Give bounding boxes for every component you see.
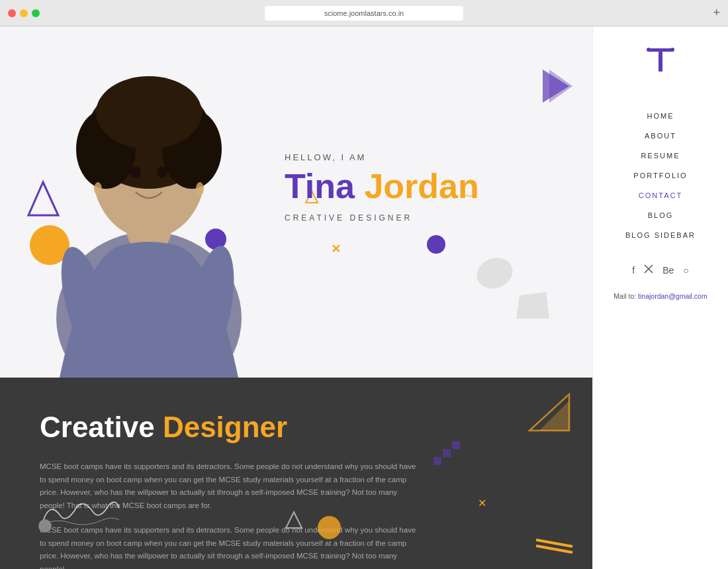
behance-icon[interactable]: Be [662, 265, 674, 276]
about-section: ✕ Creative Designer MCSE boot camps have… [0, 378, 592, 569]
svg-point-11 [96, 76, 202, 149]
svg-marker-23 [286, 512, 302, 528]
svg-marker-2 [549, 70, 572, 103]
svg-rect-20 [433, 457, 441, 465]
about-top-right-shape [526, 391, 572, 437]
purple-dot-right-shape [427, 235, 445, 254]
nav-menu: HOME ABOUT RESUME PORTFOLIO CONTACT BLOG… [617, 107, 704, 244]
svg-point-28 [647, 48, 651, 52]
about-title-white: Creative [40, 411, 163, 443]
dot-yellow[interactable] [20, 9, 28, 17]
facebook-icon[interactable]: f [632, 265, 635, 276]
hero-section: ✕ [0, 26, 592, 378]
about-dot-shape [38, 519, 52, 533]
about-close-shape[interactable]: ✕ [478, 497, 486, 509]
about-triangle-outline-shape [285, 511, 303, 533]
mail-section: Mail to: tinajordan@gmail.com [614, 292, 707, 300]
about-steps-shape [433, 437, 460, 471]
name-decoration: ~ [463, 185, 475, 207]
svg-point-17 [196, 182, 204, 195]
svg-marker-4 [516, 292, 549, 319]
browser-dots [8, 9, 40, 17]
svg-point-16 [94, 182, 102, 195]
about-orange-circle-shape [318, 516, 341, 539]
grey-poly-shape [513, 289, 553, 325]
nav-about[interactable]: ABOUT [637, 127, 684, 145]
main-container: ✕ [0, 26, 728, 569]
dot-red[interactable] [8, 9, 16, 17]
greeting-text: HELLOW, I AM [285, 152, 479, 162]
name-text: Tina Jordan [285, 168, 479, 205]
svg-rect-26 [649, 48, 672, 52]
sidebar: HOME ABOUT RESUME PORTFOLIO CONTACT BLOG… [592, 26, 728, 569]
mail-label: Mail to: [614, 292, 636, 300]
hero-text: HELLOW, I AM Tina Jordan CREATIVE DESIGN… [285, 152, 479, 223]
new-tab-button[interactable]: + [713, 6, 720, 20]
dot-green[interactable] [32, 9, 40, 17]
nav-home[interactable]: HOME [639, 107, 682, 125]
svg-rect-27 [659, 52, 662, 72]
browser-chrome: sciome.joomlastars.co.in + [0, 0, 728, 26]
about-bottom-right-shape [533, 537, 576, 559]
cross-orange-shape: ✕ [331, 242, 341, 256]
mail-link[interactable]: tinajordan@gmail.com [638, 292, 707, 300]
svg-point-13 [157, 166, 167, 178]
nav-contact[interactable]: CONTACT [631, 186, 690, 205]
svg-point-12 [130, 166, 141, 178]
svg-rect-21 [443, 449, 451, 457]
nav-portfolio[interactable]: PORTFOLIO [625, 166, 695, 185]
url-text: sciome.joomlastars.co.in [324, 9, 404, 17]
nav-blog-sidebar[interactable]: BLOG SIDEBAR [617, 226, 704, 244]
browser-address[interactable]: sciome.joomlastars.co.in [265, 6, 463, 21]
svg-rect-22 [452, 441, 460, 449]
social-icons: f Be ○ [632, 264, 688, 276]
title-text: CREATIVE DESIGNER [285, 213, 479, 223]
top-right-arrow-shape [539, 66, 572, 109]
logo[interactable] [643, 43, 678, 80]
svg-point-29 [670, 48, 674, 52]
svg-marker-19 [539, 401, 569, 431]
nav-resume[interactable]: RESUME [633, 146, 688, 165]
nav-blog[interactable]: BLOG [640, 206, 682, 225]
github-icon[interactable]: ○ [683, 265, 688, 276]
twitter-icon[interactable] [644, 264, 653, 276]
content-area: ✕ [0, 26, 592, 569]
person-photo [20, 40, 271, 378]
about-title: Creative Designer [40, 411, 553, 444]
grey-blob-shape [473, 253, 517, 293]
about-title-orange: Designer [163, 411, 287, 443]
name-first: Tina [285, 167, 364, 205]
